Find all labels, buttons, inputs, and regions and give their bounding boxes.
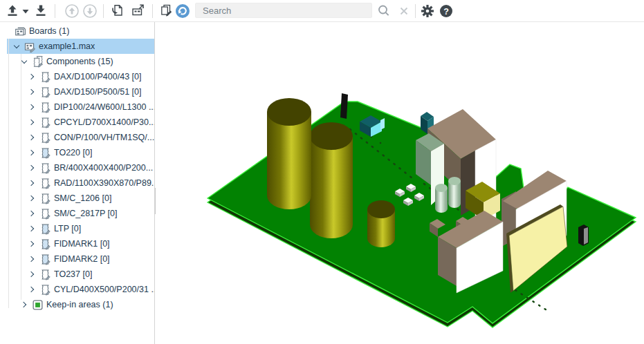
tree-item-boards-1[interactable]: Boards (1) [0, 23, 154, 39]
expander-chevron-icon[interactable] [28, 103, 37, 112]
svg-text:?: ? [443, 7, 449, 17]
component-3d-capacitor-medium[interactable] [367, 200, 395, 247]
tree-item-icon [39, 269, 51, 280]
clear-search-button[interactable] [396, 3, 412, 19]
expander-chevron-icon[interactable] [3, 27, 12, 36]
tree-item-rad-1100x390x870-p89[interactable]: RAD/1100X390X870/P89... [0, 175, 154, 191]
tree-item-br-400x400x400-p200[interactable]: BR/400X400X400/P200... [0, 160, 154, 175]
expander-chevron-icon[interactable] [28, 73, 37, 82]
export-board-image-icon [130, 3, 147, 19]
expander-chevron-icon[interactable] [20, 300, 29, 309]
expander-chevron-icon[interactable] [20, 57, 29, 66]
export-board-image-button[interactable] [130, 3, 147, 19]
save-button[interactable] [33, 3, 49, 19]
expander-chevron-icon[interactable] [28, 179, 37, 188]
tree-item-dax-d100-p400-43-0[interactable]: DAX/D100/P400/43 [0] [0, 69, 154, 84]
tree-item-label: CON/P/100/VH/TM1SQ/... [54, 133, 154, 142]
tree-item-label: BR/400X400X400/P200... [54, 163, 153, 173]
settings-button[interactable] [419, 3, 436, 19]
tree-item-label: Boards (1) [29, 26, 69, 36]
search-button[interactable] [376, 3, 392, 19]
toolbar-separator [55, 4, 55, 18]
tree-item-sm-c-2817p-0[interactable]: SM/C_2817P [0] [0, 206, 154, 221]
tree-item-icon [39, 193, 51, 204]
expander-chevron-icon[interactable] [28, 270, 37, 279]
tree-item-icon [15, 26, 26, 37]
search-input[interactable] [195, 3, 372, 18]
tree-item-label: SM/C_1206 [0] [54, 193, 111, 203]
tree-item-label: FIDMARK2 [0] [54, 254, 110, 264]
boards-tree: Boards (1) example1.max Components (15) … [0, 23, 154, 312]
tree-item-icon [39, 208, 51, 220]
expander-chevron-icon[interactable] [28, 133, 37, 142]
tree-item-to220-0[interactable]: TO220 [0] [0, 145, 154, 160]
tree-guide-line [21, 54, 21, 300]
tree-item-icon [39, 102, 51, 113]
expander-chevron-icon[interactable] [28, 149, 37, 157]
expander-chevron-icon[interactable] [28, 224, 37, 233]
tree-item-example1-max[interactable]: example1.max [0, 39, 154, 54]
boards-tree-panel: Boards (1) example1.max Components (15) … [0, 22, 155, 344]
tree-item-ltp-0[interactable]: LTP [0] [0, 221, 154, 236]
help-button[interactable]: ? [438, 3, 454, 19]
edit-boards-button[interactable] [158, 3, 174, 19]
save-icon [33, 3, 49, 19]
expander-chevron-icon[interactable] [28, 285, 37, 294]
component-3d-pin-front[interactable] [578, 224, 589, 246]
search-icon [376, 3, 392, 19]
tree-item-label: FIDMARK1 [0] [54, 239, 110, 249]
tree-item-label: CPCYL/D700X1400/P30... [54, 117, 154, 127]
toolbar-separator [415, 4, 416, 18]
expander-chevron-icon[interactable] [12, 42, 21, 51]
tree-item-label: LTP [0] [54, 224, 81, 233]
tree-item-label: DIP100/24/W600/L1300 ... [54, 102, 154, 112]
expander-chevron-icon[interactable] [28, 209, 37, 218]
application-window: ? Boards (1) example1.max Components (15… [0, 0, 644, 344]
expander-chevron-icon[interactable] [28, 194, 37, 203]
copy-document-button[interactable] [109, 3, 126, 19]
edit-boards-icon [158, 3, 174, 19]
expander-chevron-icon[interactable] [28, 88, 37, 97]
open-options-caret[interactable] [21, 3, 30, 19]
tree-item-sm-c-1206-0[interactable]: SM/C_1206 [0] [0, 191, 154, 206]
refresh-icon [174, 3, 191, 19]
tree-item-fidmark2-0[interactable]: FIDMARK2 [0] [0, 251, 154, 267]
tree-item-label: Keep-in areas (1) [46, 300, 113, 309]
tree-item-con-p-100-vh-tm1sq[interactable]: CON/P/100/VH/TM1SQ/... [0, 130, 154, 145]
refresh-button[interactable] [174, 3, 191, 19]
tree-item-fidmark1-0[interactable]: FIDMARK1 [0] [0, 236, 154, 251]
tree-item-icon [39, 223, 51, 235]
open-button[interactable] [4, 3, 21, 19]
move-down-button[interactable] [82, 3, 98, 19]
tree-item-to237-0[interactable]: TO237 [0] [0, 267, 154, 282]
tree-item-cpcyl-d700x1400-p30[interactable]: CPCYL/D700X1400/P30... [0, 115, 154, 130]
tree-item-dax-d150-p500-51-0[interactable]: DAX/D150/P500/51 [0] [0, 84, 154, 99]
tree-item-icon [39, 178, 51, 189]
tree-item-icon [39, 117, 51, 128]
viewport-3d[interactable] [156, 22, 644, 344]
tree-item-icon [24, 41, 36, 52]
expander-chevron-icon[interactable] [28, 240, 37, 249]
component-3d-capacitor-small-2[interactable] [448, 177, 461, 208]
tree-item-icon [32, 299, 44, 311]
component-3d-capacitor-large-1[interactable] [267, 98, 311, 209]
tree-item-keep-in-areas-1[interactable]: Keep-in areas (1) [0, 297, 154, 312]
tree-item-label: DAX/D150/P500/51 [0] [54, 87, 141, 97]
caret-down-icon [21, 3, 30, 19]
tree-item-label: example1.max [39, 41, 95, 51]
expander-chevron-icon[interactable] [28, 118, 37, 127]
move-up-button[interactable] [64, 3, 80, 19]
tree-item-label: DAX/D100/P400/43 [0] [54, 72, 141, 82]
tree-item-dip100-24-w600-l1300[interactable]: DIP100/24/W600/L1300 ... [0, 99, 154, 115]
tree-item-label: SM/C_2817P [0] [54, 209, 118, 218]
tree-item-components-15[interactable]: Components (15) [0, 54, 154, 69]
component-3d-capacitor-small-1[interactable] [435, 184, 448, 213]
component-3d-capacitor-large-2[interactable] [310, 122, 353, 238]
tree-item-label: CYL/D400X500/P200/31 ... [54, 285, 154, 294]
help-icon: ? [438, 3, 454, 19]
expander-chevron-icon[interactable] [28, 255, 37, 264]
expander-chevron-icon[interactable] [28, 164, 37, 173]
board-3d-scene [156, 22, 644, 344]
move-down-icon [82, 3, 98, 19]
tree-item-cyl-d400x500-p200-31[interactable]: CYL/D400X500/P200/31 ... [0, 282, 154, 297]
